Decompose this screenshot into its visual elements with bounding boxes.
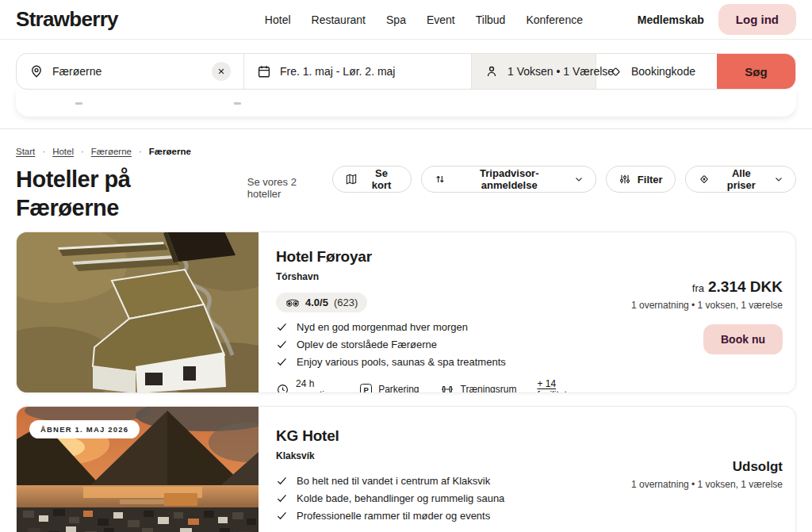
price-note: 1 overnatning • 1 voksen, 1 værelse [631, 300, 783, 311]
tripadvisor-owl-icon [285, 298, 300, 308]
book-now-button[interactable]: Book nu [703, 324, 783, 354]
remnant-dash [75, 102, 82, 105]
diamond-icon [609, 65, 622, 78]
search-area: Færøerne Fre. 1. maj - Lør. 2. maj 1 Vok… [0, 40, 812, 117]
main-nav: Hotel Restaurant Spa Event Tilbud Konfer… [265, 13, 583, 26]
gym-icon [440, 382, 454, 393]
feature-text: Bo helt ned til vandet i centrum af Klak… [297, 475, 490, 487]
hotel-name[interactable]: KG Hotel [276, 427, 584, 445]
feature-item: Enjoy various pools, saunas & spa treatm… [276, 356, 584, 368]
destination-field[interactable]: Færøerne [17, 54, 244, 89]
chevron-down-icon [774, 174, 783, 184]
sort-button[interactable]: Tripadvisor-anmeldelse [421, 166, 596, 193]
breadcrumb-faeroeerne[interactable]: Færøerne [91, 147, 132, 156]
price-note: 1 overnatning • 1 voksen, 1 værelse [631, 479, 783, 490]
amenity-item: P Parkering [360, 384, 419, 394]
feature-text: Enjoy various pools, saunas & spa treatm… [297, 356, 506, 368]
filter-sliders-icon [619, 173, 631, 186]
parking-icon: P [360, 384, 372, 394]
price-line: fra2.314 DKK [692, 278, 783, 296]
breadcrumb-separator: · [42, 147, 45, 156]
show-map-button[interactable]: Se kort [332, 166, 411, 193]
rating-score: 4.0/5 [305, 297, 328, 308]
price-prefix: fra [692, 282, 704, 294]
check-icon [276, 510, 288, 522]
strawberry-hotel-search-page: Strawberry Hotel Restaurant Spa Event Ti… [0, 0, 812, 532]
check-icon [276, 321, 288, 333]
amenity-item: Træningsrum [440, 382, 517, 393]
nav-event[interactable]: Event [427, 13, 455, 26]
nav-restaurant[interactable]: Restaurant [312, 13, 366, 26]
nav-tilbud[interactable]: Tilbud [476, 13, 506, 26]
section-divider [0, 128, 812, 129]
breadcrumb-hotel[interactable]: Hotel [52, 147, 74, 156]
feature-text: Nyd en god morgenmad hver morgen [297, 321, 468, 333]
hotel-photo-aerial[interactable] [17, 232, 259, 392]
destination-value: Færøerne [52, 65, 102, 78]
hotel-name[interactable]: Hotel Føroyar [276, 248, 584, 266]
membership-link[interactable]: Medlemskab [638, 13, 704, 26]
feature-item: Nyd en god morgenmad hver morgen [276, 321, 584, 333]
feature-text: Kolde bade, behandlinger og rummelig sau… [297, 492, 504, 504]
calendar-icon [257, 64, 271, 78]
hotel-info: Hotel Føroyar Tórshavn 4.0/5 (623) Nyd e… [259, 232, 603, 392]
header-right: Medlemskab Log ind [638, 4, 796, 35]
sort-label: Tripadvisor-anmeldelse [453, 167, 566, 191]
breadcrumb-separator: · [81, 147, 84, 156]
check-icon [276, 475, 288, 487]
feature-text: Professionelle rammer til møder og event… [297, 510, 490, 522]
nav-hotel[interactable]: Hotel [265, 13, 291, 26]
feature-text: Oplev de storslåede Færøerne [297, 339, 437, 350]
breadcrumb: Start · Hotel · Færøerne · Færøerne [16, 147, 796, 156]
person-icon [485, 64, 499, 78]
guests-field[interactable]: 1 Voksen • 1 Værelse [472, 54, 596, 89]
hotel-photo-sunset[interactable]: ÅBNER 1. MAJ 2026 [17, 407, 259, 532]
dates-field[interactable]: Fre. 1. maj - Lør. 2. maj [244, 54, 472, 89]
header: Strawberry Hotel Restaurant Spa Event Ti… [0, 0, 812, 40]
price-tag-icon [698, 173, 710, 186]
price-panel: fra2.314 DKK 1 overnatning • 1 voksen, 1… [603, 232, 795, 392]
location-pin-icon [29, 64, 44, 78]
more-facilities-link[interactable]: + 14 faciliteter [537, 378, 584, 393]
remnant-dash [234, 102, 241, 105]
clock-24h-icon [276, 383, 289, 394]
breadcrumb-current: Færøerne [149, 147, 191, 156]
chevron-down-icon [574, 174, 584, 184]
breadcrumb-separator: · [139, 147, 142, 156]
brand-logo[interactable]: Strawberry [16, 7, 118, 32]
login-button[interactable]: Log ind [718, 4, 796, 35]
hotel-city: Klaksvík [276, 450, 584, 461]
map-icon [345, 173, 358, 186]
nav-spa[interactable]: Spa [386, 13, 406, 26]
check-icon [276, 339, 288, 350]
sold-out-label: Udsolgt [733, 459, 783, 475]
hotel-info: KG Hotel Klaksvík Bo helt ned til vandet… [259, 407, 603, 532]
dates-value: Fre. 1. maj - Lør. 2. maj [280, 65, 395, 78]
availability-panel: Udsolgt 1 overnatning • 1 voksen, 1 være… [603, 407, 795, 532]
breadcrumb-start[interactable]: Start [16, 147, 35, 156]
nav-konference[interactable]: Konference [526, 13, 583, 26]
price-filter-button[interactable]: Alle priser [685, 166, 796, 193]
collapsed-dropdown-remnant [16, 90, 796, 117]
results-count: Se vores 2 hoteller [247, 176, 333, 200]
price-value: 2.314 DKK [708, 278, 783, 295]
amenity-label: Parkering [378, 384, 419, 393]
hotel-card-foroyar: Hotel Føroyar Tórshavn 4.0/5 (623) Nyd e… [16, 232, 796, 393]
toolbar: Se kort Tripadvisor-anmeldelse Filter [332, 166, 796, 193]
title-row: Hoteller på Færøerne Se vores 2 hoteller… [16, 165, 796, 222]
search-button[interactable]: Søg [717, 54, 795, 89]
feature-list: Bo helt ned til vandet i centrum af Klak… [276, 475, 584, 522]
search-bar: Færøerne Fre. 1. maj - Lør. 2. maj 1 Vok… [16, 53, 796, 90]
rating-count: (623) [334, 297, 358, 308]
results-section: Start · Hotel · Færøerne · Færøerne Hote… [0, 147, 812, 532]
amenity-label: Træningsrum [461, 384, 517, 393]
booking-code-placeholder: Bookingkode [631, 65, 695, 78]
filter-button[interactable]: Filter [606, 166, 676, 193]
amenity-list: 24 h reception P Parkering Træningsrum +… [276, 378, 584, 393]
filter-label: Filter [638, 174, 663, 186]
clear-destination-button[interactable] [212, 62, 231, 81]
check-icon [276, 492, 288, 504]
feature-item: Bo helt ned til vandet i centrum af Klak… [276, 475, 584, 487]
close-icon [217, 67, 225, 75]
booking-code-field[interactable]: Bookingkode [596, 54, 717, 89]
